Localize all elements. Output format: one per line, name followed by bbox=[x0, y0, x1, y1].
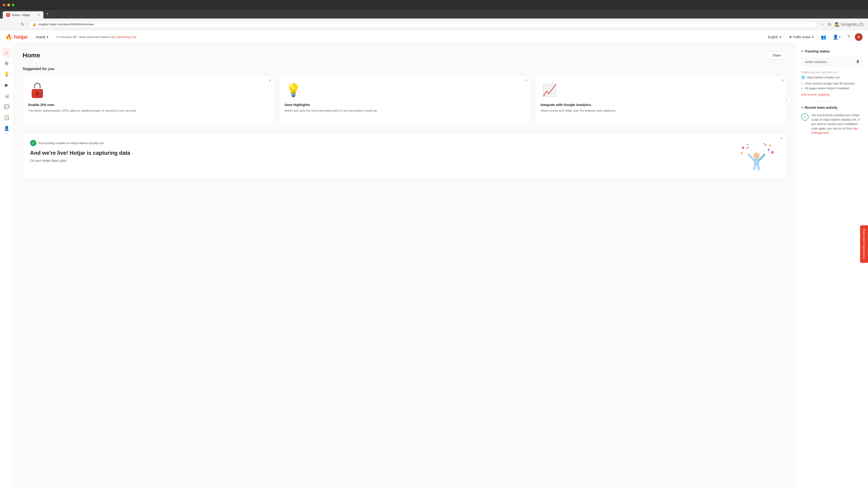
lock-shackle bbox=[34, 83, 41, 88]
sidebar-item-recordings[interactable]: ▶ bbox=[2, 80, 12, 90]
tracking-status-title: Tracking status bbox=[805, 49, 830, 53]
recent-activity-title: Recent team activity bbox=[805, 105, 837, 109]
trial-banner: 14 trial days left - keep advanced featu… bbox=[56, 35, 136, 39]
capturing-url-text: https://admin.shopify.com bbox=[807, 76, 840, 79]
new-tab-btn[interactable]: + bbox=[44, 11, 51, 17]
tracking-chevron-icon[interactable]: ▾ bbox=[801, 50, 803, 53]
add-users-btn[interactable]: 👥 bbox=[819, 33, 828, 41]
address-bar-actions: ☆ ⊟ 🕵 Incognito (2) bbox=[819, 21, 864, 28]
sidebar-item-feedback[interactable]: 💬 bbox=[2, 102, 12, 111]
svg-rect-1 bbox=[754, 158, 759, 166]
feedback-icon: 💬 bbox=[4, 104, 9, 109]
card-close-highlights-btn[interactable]: × bbox=[525, 78, 528, 83]
split-view-btn[interactable]: ⊟ bbox=[827, 21, 832, 28]
logo-flame-icon: 🔥 bbox=[5, 34, 12, 40]
sidebar-item-surveys[interactable]: 📋 bbox=[2, 112, 12, 123]
help-btn[interactable]: ? bbox=[846, 33, 851, 41]
surveys-icon: 📋 bbox=[4, 115, 9, 120]
live-badge: ✓ Successfully installed on https://admi… bbox=[30, 140, 728, 146]
tab-bar: H Home - Hotjar × + bbox=[0, 10, 868, 19]
celebration-illustration bbox=[736, 141, 777, 170]
tracking-status-header: ▾ Tracking status bbox=[801, 49, 863, 53]
traffic-status[interactable]: Traffic active ▾ bbox=[787, 34, 816, 40]
sidebar-item-home[interactable]: ⌂ bbox=[2, 47, 12, 57]
activity-chevron-icon[interactable]: ▾ bbox=[801, 106, 803, 109]
svg-rect-12 bbox=[768, 149, 770, 151]
traffic-chevron-icon: ▾ bbox=[812, 35, 813, 39]
main-content: Home Share Suggested for you × Enable 2F… bbox=[13, 44, 796, 488]
site-selector[interactable]: shopify ▾ bbox=[33, 34, 51, 40]
session-rule-2: All pages where Hotjar is installed bbox=[805, 87, 863, 90]
check-circle-icon: ✓ bbox=[30, 140, 36, 146]
card-close-2fa-btn[interactable]: × bbox=[269, 78, 272, 83]
chart-icon: 📈 bbox=[542, 84, 557, 97]
activity-text-end: . bbox=[829, 131, 830, 134]
sessions-label: Active sessions bbox=[805, 60, 827, 64]
card-integrate-google: × 📈 Integrate with Google Analytics Shar… bbox=[535, 75, 786, 125]
window-controls bbox=[3, 4, 14, 6]
rate-experience-tab[interactable]: Rate your experience bbox=[860, 225, 868, 263]
forward-btn[interactable]: › bbox=[11, 21, 16, 28]
svg-point-8 bbox=[769, 144, 771, 147]
svg-point-10 bbox=[771, 151, 774, 154]
lock-body bbox=[32, 89, 43, 98]
suggestion-cards-row: × Enable 2FA now Two-factor authenticati… bbox=[23, 75, 786, 125]
lock-icon: 🔒 bbox=[33, 23, 36, 26]
card-2fa-desc: Two-factor authentication (2FA) adds an … bbox=[28, 108, 269, 113]
top-navbar: 🔥 hotjar shopify ▾ 14 trial days left - … bbox=[0, 30, 868, 44]
trial-text: 14 trial days left - keep advanced featu… bbox=[56, 35, 115, 39]
svg-point-2 bbox=[753, 153, 760, 159]
card-highlights-title: Save Highlights bbox=[284, 103, 525, 107]
incognito-btn[interactable]: 🕵 Incognito (2) bbox=[834, 21, 864, 28]
subscribe-link[interactable]: subscribing now bbox=[116, 35, 136, 39]
card-enable-2fa: × Enable 2FA now Two-factor authenticati… bbox=[23, 75, 274, 125]
bookmark-btn[interactable]: ☆ bbox=[819, 21, 825, 28]
reload-btn[interactable]: ↻ bbox=[19, 21, 26, 28]
card-bulb-icon: 💡 bbox=[284, 81, 303, 99]
sidebar-item-heatmaps[interactable]: 📊 bbox=[2, 91, 12, 101]
language-selector[interactable]: English ▾ bbox=[766, 34, 783, 40]
close-window-btn[interactable] bbox=[3, 4, 5, 6]
sidebar-item-dashboard[interactable]: ⊞ bbox=[2, 58, 12, 68]
user-profile-btn[interactable]: 👤+ bbox=[831, 33, 842, 41]
recent-activity-section: ▾ Recent team activity ✓ You successfull… bbox=[801, 105, 863, 135]
cards-next-btn[interactable]: › bbox=[783, 97, 790, 104]
globe-icon: 🌐 bbox=[801, 76, 805, 79]
hotjar-logo: 🔥 hotjar bbox=[5, 34, 28, 40]
card-close-google-btn[interactable]: × bbox=[781, 78, 784, 83]
tab-close-btn[interactable]: × bbox=[38, 13, 40, 17]
activity-item: ✓ You successfully installed your Hotjar… bbox=[801, 113, 863, 135]
home-icon: ⌂ bbox=[5, 50, 8, 55]
live-banner-close-btn[interactable]: × bbox=[780, 136, 783, 141]
lightbulb-icon: 💡 bbox=[285, 83, 301, 98]
minimize-window-btn[interactable] bbox=[7, 4, 10, 6]
share-button[interactable]: Share bbox=[767, 51, 786, 60]
traffic-label: Traffic active bbox=[793, 35, 811, 39]
sidebar-item-insights[interactable]: 💡 bbox=[2, 69, 12, 79]
sidebar-item-users[interactable]: 👤 bbox=[2, 123, 12, 133]
language-label: English bbox=[768, 35, 778, 39]
address-bar[interactable]: 🔒 insights.hotjar.com/sites/3814994/over… bbox=[29, 21, 817, 28]
right-panel: ▾ Tracking status Active sessions 0 Capt… bbox=[796, 44, 868, 488]
live-banner: ✓ Successfully installed on https://admi… bbox=[23, 132, 786, 179]
svg-rect-11 bbox=[741, 152, 743, 155]
heatmaps-icon: 📊 bbox=[4, 94, 9, 98]
page-title: Home bbox=[23, 52, 40, 59]
app-wrapper: ⌂ ⊞ 💡 ▶ 📊 💬 📋 👤 → Home Share bbox=[0, 44, 868, 488]
activity-check-icon: ✓ bbox=[801, 113, 809, 121]
sessions-count: 0 bbox=[857, 59, 859, 64]
insights-icon: 💡 bbox=[4, 71, 9, 77]
back-btn[interactable]: ‹ bbox=[4, 21, 8, 28]
svg-line-3 bbox=[749, 155, 754, 160]
svg-point-7 bbox=[742, 147, 744, 149]
lock-keyhole bbox=[36, 92, 39, 95]
maximize-window-btn[interactable] bbox=[12, 4, 14, 6]
card-2fa-title: Enable 2FA now bbox=[28, 103, 269, 107]
site-name: shopify bbox=[35, 35, 45, 39]
edit-session-targeting-link[interactable]: Edit session targeting bbox=[801, 93, 829, 96]
logo-text: hotjar bbox=[14, 34, 28, 40]
dashboard-icon: ⊞ bbox=[5, 61, 8, 66]
avatar[interactable]: H bbox=[855, 33, 863, 41]
card-highlights-desc: Select and save the most interesting par… bbox=[284, 108, 525, 113]
browser-tab-active[interactable]: H Home - Hotjar × bbox=[3, 11, 43, 19]
